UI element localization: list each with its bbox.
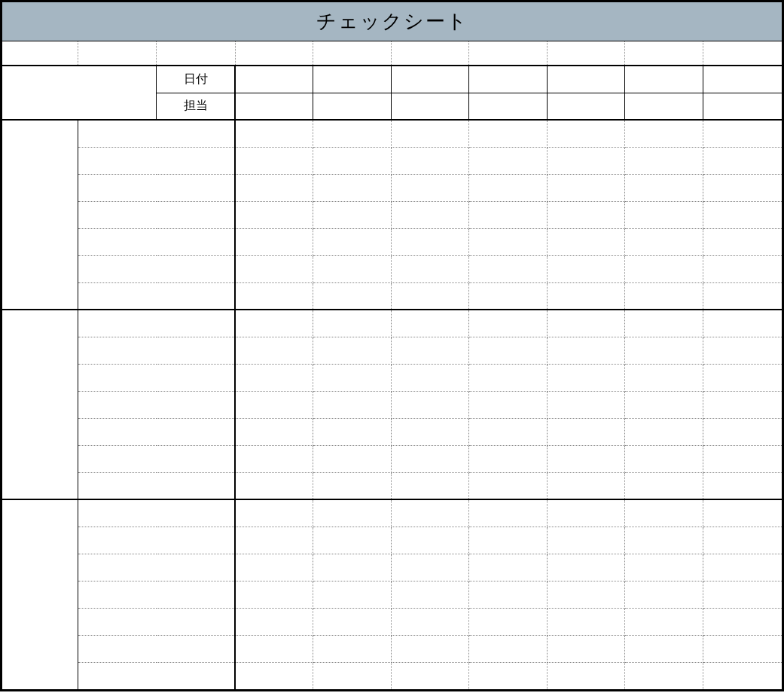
check-cell[interactable]: [235, 527, 313, 554]
check-cell[interactable]: [469, 527, 548, 554]
check-cell[interactable]: [547, 255, 625, 282]
check-cell[interactable]: [625, 174, 703, 201]
check-cell[interactable]: [313, 581, 392, 608]
check-cell[interactable]: [313, 147, 392, 174]
check-cell[interactable]: [391, 364, 469, 391]
check-cell[interactable]: [703, 662, 782, 689]
check-cell[interactable]: [391, 527, 469, 554]
check-cell[interactable]: [703, 445, 782, 472]
check-cell[interactable]: [469, 391, 548, 418]
check-cell[interactable]: [235, 662, 313, 689]
check-cell[interactable]: [313, 201, 392, 228]
check-cell[interactable]: [391, 472, 469, 499]
check-cell[interactable]: [469, 174, 548, 201]
check-item[interactable]: [78, 120, 235, 147]
check-cell[interactable]: [703, 310, 782, 337]
date-cell[interactable]: [547, 66, 625, 93]
check-item[interactable]: [78, 391, 235, 418]
check-cell[interactable]: [703, 581, 782, 608]
check-cell[interactable]: [391, 282, 469, 310]
check-cell[interactable]: [547, 282, 625, 310]
check-cell[interactable]: [313, 635, 392, 662]
check-cell[interactable]: [313, 608, 392, 635]
check-cell[interactable]: [625, 418, 703, 445]
check-cell[interactable]: [391, 391, 469, 418]
check-cell[interactable]: [547, 174, 625, 201]
check-item[interactable]: [78, 174, 235, 201]
check-cell[interactable]: [625, 337, 703, 364]
check-cell[interactable]: [703, 201, 782, 228]
check-item[interactable]: [78, 635, 235, 662]
check-cell[interactable]: [547, 228, 625, 255]
check-cell[interactable]: [625, 147, 703, 174]
check-item[interactable]: [78, 554, 235, 581]
check-item[interactable]: [78, 310, 235, 337]
check-cell[interactable]: [235, 499, 313, 527]
check-cell[interactable]: [313, 120, 392, 147]
check-cell[interactable]: [547, 554, 625, 581]
date-cell[interactable]: [391, 66, 469, 93]
check-cell[interactable]: [469, 228, 548, 255]
check-cell[interactable]: [703, 228, 782, 255]
check-cell[interactable]: [313, 255, 392, 282]
check-cell[interactable]: [313, 554, 392, 581]
check-cell[interactable]: [313, 445, 392, 472]
check-cell[interactable]: [313, 310, 392, 337]
check-cell[interactable]: [313, 228, 392, 255]
check-cell[interactable]: [391, 174, 469, 201]
check-cell[interactable]: [235, 174, 313, 201]
check-cell[interactable]: [235, 201, 313, 228]
check-item[interactable]: [78, 608, 235, 635]
check-cell[interactable]: [235, 635, 313, 662]
check-item[interactable]: [78, 201, 235, 228]
check-cell[interactable]: [625, 662, 703, 689]
check-cell[interactable]: [703, 527, 782, 554]
check-cell[interactable]: [391, 581, 469, 608]
check-cell[interactable]: [469, 635, 548, 662]
person-cell[interactable]: [547, 93, 625, 120]
check-item[interactable]: [78, 445, 235, 472]
check-item[interactable]: [78, 581, 235, 608]
check-cell[interactable]: [391, 662, 469, 689]
check-cell[interactable]: [235, 608, 313, 635]
check-cell[interactable]: [313, 527, 392, 554]
check-cell[interactable]: [313, 499, 392, 527]
check-cell[interactable]: [547, 445, 625, 472]
check-cell[interactable]: [703, 554, 782, 581]
check-item[interactable]: [78, 282, 235, 310]
check-cell[interactable]: [235, 255, 313, 282]
check-cell[interactable]: [469, 255, 548, 282]
check-cell[interactable]: [391, 499, 469, 527]
check-item[interactable]: [78, 527, 235, 554]
check-cell[interactable]: [547, 635, 625, 662]
check-cell[interactable]: [625, 282, 703, 310]
check-cell[interactable]: [313, 472, 392, 499]
check-cell[interactable]: [469, 337, 548, 364]
check-cell[interactable]: [391, 147, 469, 174]
check-cell[interactable]: [703, 147, 782, 174]
check-cell[interactable]: [391, 635, 469, 662]
check-cell[interactable]: [703, 635, 782, 662]
check-cell[interactable]: [235, 472, 313, 499]
person-cell[interactable]: [391, 93, 469, 120]
check-cell[interactable]: [547, 337, 625, 364]
check-cell[interactable]: [313, 418, 392, 445]
check-cell[interactable]: [235, 228, 313, 255]
check-cell[interactable]: [547, 120, 625, 147]
check-cell[interactable]: [469, 364, 548, 391]
check-cell[interactable]: [625, 445, 703, 472]
check-item[interactable]: [78, 228, 235, 255]
date-cell[interactable]: [625, 66, 703, 93]
check-item[interactable]: [78, 662, 235, 689]
check-cell[interactable]: [703, 282, 782, 310]
check-cell[interactable]: [391, 418, 469, 445]
check-cell[interactable]: [469, 662, 548, 689]
check-cell[interactable]: [625, 391, 703, 418]
check-cell[interactable]: [235, 418, 313, 445]
check-cell[interactable]: [625, 310, 703, 337]
check-item[interactable]: [78, 499, 235, 527]
check-cell[interactable]: [313, 391, 392, 418]
check-cell[interactable]: [469, 472, 548, 499]
person-cell[interactable]: [469, 93, 548, 120]
person-cell[interactable]: [703, 93, 782, 120]
